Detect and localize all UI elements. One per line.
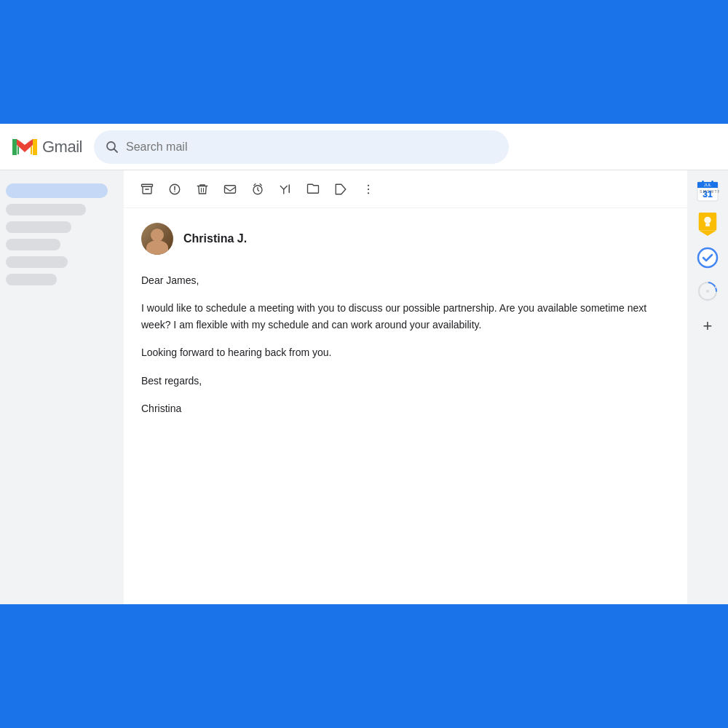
- google-tasks-icon[interactable]: [693, 243, 722, 272]
- add-icon: +: [703, 318, 713, 334]
- left-sidebar: [0, 170, 124, 604]
- blue-top-band: [0, 0, 728, 124]
- svg-point-35: [704, 217, 711, 223]
- google-contacts-icon[interactable]: [693, 277, 722, 306]
- email-body: Christina J. Dear James, I would like to…: [124, 208, 687, 443]
- sidebar-item-active[interactable]: [6, 183, 108, 198]
- email-toolbar: [124, 170, 687, 208]
- archive-button[interactable]: [135, 178, 159, 201]
- email-sign: Christina: [141, 400, 670, 416]
- email-text: Dear James, I would like to schedule a m…: [141, 272, 670, 416]
- search-input[interactable]: [126, 141, 497, 154]
- search-icon: [106, 141, 119, 154]
- svg-marker-34: [699, 230, 716, 236]
- google-keep-icon[interactable]: [693, 210, 722, 239]
- email-greeting: Dear James,: [141, 272, 670, 288]
- search-bar[interactable]: [94, 130, 509, 164]
- main-area: Christina J. Dear James, I would like to…: [0, 170, 728, 604]
- sidebar-placeholder-4: [6, 256, 68, 268]
- gmail-logo: Gmail: [12, 137, 82, 157]
- right-sidebar: 31 JUL 31 S M T W T F S: [687, 170, 728, 604]
- svg-point-19: [368, 188, 369, 189]
- svg-point-45: [699, 286, 700, 288]
- svg-rect-5: [33, 139, 37, 155]
- add-to-tasks-button[interactable]: [274, 178, 297, 201]
- email-closing: Best regards,: [141, 373, 670, 389]
- svg-point-39: [706, 290, 709, 293]
- blue-bottom-band: [0, 604, 728, 728]
- sender-name: Christina J.: [183, 232, 247, 245]
- svg-rect-14: [225, 185, 236, 193]
- snooze-button[interactable]: [246, 178, 269, 201]
- avatar: [141, 223, 173, 255]
- sender-row: Christina J.: [141, 223, 670, 255]
- mark-unread-button[interactable]: [218, 178, 242, 201]
- svg-rect-4: [12, 139, 17, 155]
- svg-point-20: [368, 192, 369, 194]
- label-button[interactable]: [329, 178, 352, 201]
- sidebar-placeholder-5: [6, 274, 57, 285]
- svg-point-40: [707, 282, 708, 283]
- gmail-window: Gmail: [0, 124, 728, 604]
- svg-text:S M T W T F S: S M T W T F S: [700, 189, 719, 194]
- svg-point-43: [707, 299, 708, 301]
- svg-point-37: [698, 248, 717, 267]
- gmail-m-icon: [12, 137, 38, 157]
- sidebar-placeholder-2: [6, 221, 71, 233]
- email-body-p2: Looking forward to hearing back from you…: [141, 344, 670, 360]
- svg-point-11: [174, 191, 175, 192]
- delete-button[interactable]: [191, 178, 214, 201]
- svg-point-41: [715, 286, 716, 288]
- sidebar-placeholder-3: [6, 239, 60, 250]
- add-app-button[interactable]: +: [695, 313, 721, 339]
- top-bar: Gmail: [0, 124, 728, 170]
- svg-point-44: [699, 294, 700, 296]
- gmail-label: Gmail: [42, 138, 82, 157]
- svg-point-18: [368, 184, 369, 186]
- email-body-p1: I would like to schedule a meeting with …: [141, 300, 670, 333]
- svg-rect-8: [142, 184, 153, 186]
- sidebar-placeholder-list: [6, 178, 118, 291]
- email-content: Christina J. Dear James, I would like to…: [124, 170, 687, 604]
- google-calendar-icon[interactable]: 31 JUL 31 S M T W T F S: [693, 176, 722, 205]
- more-options-button[interactable]: [357, 178, 380, 201]
- move-to-button[interactable]: [301, 178, 325, 201]
- sidebar-placeholder-1: [6, 204, 86, 215]
- svg-line-7: [114, 149, 117, 152]
- svg-text:JUL: JUL: [704, 183, 712, 187]
- report-spam-button[interactable]: [163, 178, 186, 201]
- svg-rect-36: [705, 223, 710, 226]
- svg-point-42: [715, 294, 716, 296]
